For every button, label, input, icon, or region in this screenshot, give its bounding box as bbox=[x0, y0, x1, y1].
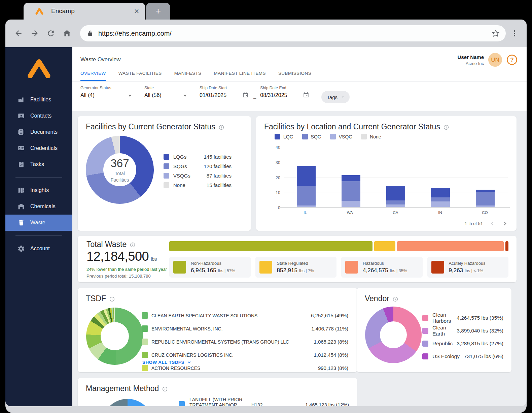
bar-plot[interactable] bbox=[284, 148, 508, 207]
state-filter[interactable]: State All (56) bbox=[144, 86, 188, 101]
tsdf-row[interactable]: REPUBLIC ENVIRONMENTAL SYSTEMS (TRANS GR… bbox=[142, 335, 348, 348]
back-icon[interactable] bbox=[14, 29, 23, 38]
swatch bbox=[431, 261, 444, 274]
bar-WA[interactable] bbox=[342, 148, 360, 207]
new-tab-button[interactable]: + bbox=[146, 3, 170, 20]
bar-chart-legend: LQG SQG VSQG None bbox=[275, 134, 381, 139]
total-waste-card: Total Waste 12,184,500lbs 24% lower than… bbox=[78, 236, 517, 282]
bar-CO[interactable] bbox=[476, 148, 495, 207]
stackbar-segment bbox=[374, 241, 395, 251]
legend-row: SQGs120 facilities bbox=[164, 161, 232, 171]
swatch bbox=[179, 401, 185, 406]
swatch bbox=[142, 365, 148, 371]
sidebar-item-credentials[interactable]: Credentials bbox=[5, 140, 72, 156]
card-title: TSDF bbox=[86, 294, 106, 303]
url-bar[interactable]: https://ehs.encamp.com/ bbox=[80, 25, 506, 41]
help-icon[interactable]: ? bbox=[506, 54, 518, 65]
stat-state-regulated: State Regulated852,915lbs | 7% bbox=[255, 257, 337, 278]
vendor-row[interactable]: US Ecology731,075 lbs (6%) bbox=[422, 350, 503, 363]
vendor-row[interactable]: Clean Harbors4,264,575 lbs (35%) bbox=[422, 312, 503, 324]
prev-page-icon[interactable] bbox=[490, 221, 495, 226]
card-title: Total Waste bbox=[86, 240, 127, 249]
info-icon[interactable] bbox=[443, 124, 449, 130]
management-method-row[interactable]: LANDFILL (WITH PRIOR TREATMENT AND/OR ST… bbox=[179, 397, 349, 406]
chevron-down-icon bbox=[340, 94, 346, 100]
tsdf-card: TSDF CLEAN EARTH SPECIALTY WASTE SOLUTIO… bbox=[78, 288, 357, 372]
generator-status-donut[interactable]: 367 Total Facilities bbox=[86, 136, 154, 204]
ship-date-start-filter[interactable]: Ship Date Start 01/01/2025 bbox=[200, 86, 249, 101]
refresh-icon[interactable] bbox=[46, 29, 55, 38]
tab-manifest-line-items[interactable]: MANIFEST LINE ITEMS bbox=[214, 71, 266, 81]
filters-row: Generator Status All (4) State All (56) … bbox=[80, 86, 350, 103]
sidebar-item-account[interactable]: Account bbox=[5, 241, 72, 257]
info-icon[interactable] bbox=[162, 386, 168, 392]
plus-icon: + bbox=[155, 6, 161, 17]
info-icon[interactable] bbox=[130, 242, 136, 248]
dropdown-caret-icon bbox=[183, 95, 187, 97]
info-icon[interactable] bbox=[392, 296, 398, 302]
stackbar-segment bbox=[505, 241, 508, 251]
sidebar-item-contacts[interactable]: Contacts bbox=[5, 108, 72, 124]
swatch bbox=[422, 315, 428, 321]
encamp-logo bbox=[5, 47, 72, 92]
generator-status-legend: LQGs145 facilities SQGs120 facilities VS… bbox=[164, 152, 232, 190]
tab-manifests[interactable]: MANIFESTS bbox=[174, 71, 202, 81]
browser-toolbar: https://ehs.encamp.com/ bbox=[5, 20, 527, 47]
sidebar-item-facilities[interactable]: Facilities bbox=[5, 92, 72, 108]
home-icon[interactable] bbox=[63, 29, 71, 38]
sidebar-item-insights[interactable]: Insights bbox=[5, 182, 72, 198]
section-tabs: OVERVIEW WASTE FACILITIES MANIFESTS MANI… bbox=[80, 71, 311, 81]
info-icon[interactable] bbox=[109, 296, 115, 302]
sidebar-item-tasks[interactable]: Tasks bbox=[5, 156, 72, 172]
management-method-pie[interactable] bbox=[102, 399, 153, 406]
card-title: Vendor bbox=[365, 294, 389, 303]
tsdf-row[interactable]: ENVIRONMENTAL WORKS, INC.1,406,778 (11%) bbox=[142, 322, 348, 335]
waste-category-stats: Non-Hazardous6,945,165lbs | 57% State Re… bbox=[169, 257, 508, 278]
swatch bbox=[164, 163, 169, 169]
browser-tab[interactable]: Encamp ✕ bbox=[24, 3, 145, 20]
chevron-down-icon bbox=[187, 360, 192, 365]
bar-IL[interactable] bbox=[297, 148, 316, 207]
sidebar-divider bbox=[15, 235, 62, 236]
tsdf-row[interactable]: CLEAN EARTH SPECIALTY WASTE SOLUTIONS6,2… bbox=[142, 309, 348, 322]
browser-window: https://ehs.encamp.com/ Facilities Conta… bbox=[5, 20, 527, 413]
show-all-tsdfs-link[interactable]: SHOW ALL TSDFS bbox=[142, 360, 192, 365]
forward-icon[interactable] bbox=[30, 29, 39, 38]
tab-close-icon[interactable]: ✕ bbox=[134, 7, 139, 15]
browser-menu-icon[interactable] bbox=[510, 29, 519, 37]
vendor-donut[interactable] bbox=[365, 307, 422, 363]
calendar-icon[interactable] bbox=[242, 92, 249, 98]
swatch bbox=[173, 261, 186, 274]
tab-waste-facilities[interactable]: WASTE FACILITIES bbox=[118, 71, 162, 81]
tab-submissions[interactable]: SUBMISSIONS bbox=[278, 71, 311, 81]
calendar-icon[interactable] bbox=[303, 92, 309, 98]
vendor-row[interactable]: Republic3,289,815 lbs (27%) bbox=[422, 337, 503, 350]
bar-CA[interactable] bbox=[386, 148, 405, 207]
url-text[interactable]: https://ehs.encamp.com/ bbox=[98, 30, 492, 37]
ship-date-end-filter[interactable]: Ship Date End 08/31/2025 bbox=[260, 86, 310, 101]
legend-row: LQGs145 facilities bbox=[164, 152, 232, 161]
sidebar-item-chemicals[interactable]: Chemicals bbox=[5, 198, 72, 215]
vendor-row[interactable]: Clean Earth3,899,040 lbs (32%) bbox=[422, 324, 503, 337]
stackbar-segment bbox=[169, 241, 373, 251]
next-page-icon[interactable] bbox=[502, 221, 508, 226]
waste-stackbar[interactable] bbox=[169, 241, 508, 251]
generator-status-card: Facilities by Current Generator Status 3… bbox=[78, 116, 251, 231]
sidebar-item-documents[interactable]: Documents bbox=[5, 124, 72, 140]
tsdf-donut[interactable] bbox=[86, 308, 143, 365]
bar-IN[interactable] bbox=[431, 148, 450, 207]
stat-acutely-hazardous: Acutely Hazardous9,263lbs | <.1% bbox=[427, 257, 509, 278]
tab-overview[interactable]: OVERVIEW bbox=[80, 71, 106, 81]
location-chart-card: Facilities by Location and Current Gener… bbox=[256, 116, 517, 231]
tags-filter-chip[interactable]: Tags bbox=[321, 91, 350, 103]
management-method-card: Management Method LANDFILL (WITH PRIOR T… bbox=[78, 378, 357, 406]
x-axis-labels: ILWA CAIN CO bbox=[284, 211, 508, 215]
generator-status-filter[interactable]: Generator Status All (4) bbox=[80, 86, 133, 101]
swatch bbox=[164, 154, 169, 160]
legend-row: None15 facilities bbox=[164, 180, 232, 190]
avatar[interactable]: UN bbox=[488, 53, 502, 67]
x-axis-line bbox=[280, 207, 510, 208]
bookmark-star-icon[interactable] bbox=[492, 29, 500, 37]
info-icon[interactable] bbox=[218, 124, 224, 130]
sidebar-item-waste[interactable]: Waste bbox=[5, 215, 72, 231]
